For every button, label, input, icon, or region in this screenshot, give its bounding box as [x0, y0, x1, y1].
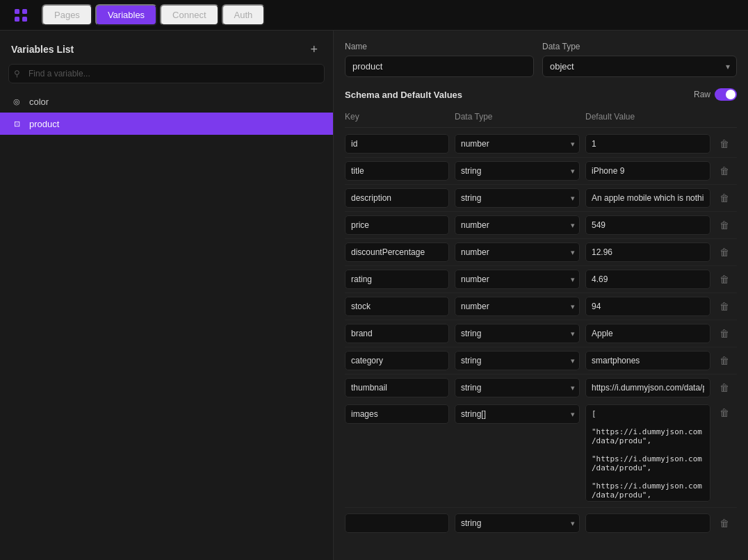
col-type-header: Data Type	[455, 112, 580, 122]
row-type-select[interactable]: stringnumberbooleanstring[]number[]objec…	[455, 270, 580, 289]
images-key-input[interactable]	[345, 404, 449, 424]
row-type-select[interactable]: stringnumberbooleanstring[]number[]objec…	[455, 242, 580, 262]
images-type-select[interactable]: string[] string number	[455, 404, 580, 424]
table-row: stringnumberbooleanstring[]number[]objec…	[345, 239, 737, 266]
search-input[interactable]	[8, 64, 325, 83]
search-box: ⚲	[8, 64, 325, 83]
row-type-select[interactable]: stringnumberbooleanstring[]number[]objec…	[455, 297, 580, 316]
row-key-input[interactable]	[345, 215, 449, 235]
row-value-input[interactable]	[585, 270, 710, 289]
row-delete-button[interactable]: 🗑	[716, 244, 733, 261]
tab-pages[interactable]: Pages	[42, 4, 92, 26]
row-value-input[interactable]	[585, 242, 710, 262]
new-type-select[interactable]: string number boolean	[455, 513, 580, 533]
schema-rows: stringnumberbooleanstring[]number[]objec…	[345, 131, 737, 401]
row-value-input[interactable]	[585, 351, 710, 370]
row-type-wrap: stringnumberbooleanstring[]number[]objec…	[455, 242, 580, 262]
row-delete-button[interactable]: 🗑	[716, 298, 733, 315]
sidebar-item-product[interactable]: ⊡ product	[0, 113, 333, 135]
row-type-select[interactable]: stringnumberbooleanstring[]number[]objec…	[455, 161, 580, 181]
sidebar-item-color[interactable]: ◎ color	[0, 90, 333, 113]
table-row: stringnumberbooleanstring[]number[]objec…	[345, 347, 737, 374]
row-value-input[interactable]	[585, 297, 710, 316]
row-type-wrap: stringnumberbooleanstring[]number[]objec…	[455, 188, 580, 208]
name-input[interactable]	[345, 56, 534, 77]
sidebar-item-color-label: color	[29, 97, 49, 107]
toggle-knob	[726, 90, 735, 99]
new-type-select-wrap: string number boolean	[455, 513, 580, 533]
tab-connect[interactable]: Connect	[160, 4, 218, 26]
row-value-input[interactable]	[585, 324, 710, 343]
top-fields: Name Data Type object string number bool…	[345, 42, 737, 77]
raw-label: Raw	[694, 90, 710, 99]
images-delete-button[interactable]: 🗑	[716, 404, 733, 421]
raw-toggle-switch[interactable]	[715, 88, 737, 101]
type-label: Data Type	[542, 42, 737, 51]
row-type-wrap: stringnumberbooleanstring[]number[]objec…	[455, 297, 580, 316]
schema-title: Schema and Default Values	[345, 90, 462, 100]
type-select-wrap: object string number boolean array	[542, 56, 737, 77]
search-icon: ⚲	[14, 69, 20, 79]
add-variable-button[interactable]: +	[306, 42, 322, 57]
add-row: string number boolean 🗑	[345, 508, 737, 533]
schema-table-header: Key Data Type Default Value	[345, 109, 737, 128]
color-icon: ◎	[11, 96, 22, 107]
row-key-input[interactable]	[345, 242, 449, 262]
row-key-input[interactable]	[345, 351, 449, 370]
row-value-input[interactable]	[585, 215, 710, 235]
new-key-input[interactable]	[345, 513, 449, 533]
col-key-header: Key	[345, 112, 449, 122]
right-panel: Name Data Type object string number bool…	[334, 31, 748, 560]
row-key-input[interactable]	[345, 188, 449, 208]
table-row: stringnumberbooleanstring[]number[]objec…	[345, 266, 737, 293]
row-delete-button[interactable]: 🗑	[716, 271, 733, 288]
row-type-select[interactable]: stringnumberbooleanstring[]number[]objec…	[455, 215, 580, 235]
new-value-input[interactable]	[585, 513, 710, 533]
row-type-select[interactable]: stringnumberbooleanstring[]number[]objec…	[455, 134, 580, 154]
row-delete-button[interactable]: 🗑	[716, 163, 733, 179]
table-row: stringnumberbooleanstring[]number[]objec…	[345, 374, 737, 401]
row-delete-button[interactable]: 🗑	[716, 190, 733, 206]
sidebar-title: Variables List	[11, 44, 74, 55]
row-key-input[interactable]	[345, 297, 449, 316]
row-delete-button[interactable]: 🗑	[716, 135, 733, 152]
svg-rect-2	[15, 17, 19, 22]
row-type-wrap: stringnumberbooleanstring[]number[]objec…	[455, 324, 580, 343]
sidebar-item-product-label: product	[29, 119, 59, 129]
row-key-input[interactable]	[345, 378, 449, 397]
row-type-select[interactable]: stringnumberbooleanstring[]number[]objec…	[455, 378, 580, 397]
raw-toggle: Raw	[694, 88, 737, 101]
images-value-wrap	[585, 404, 710, 504]
row-value-input[interactable]	[585, 161, 710, 181]
images-textarea[interactable]	[585, 404, 710, 502]
table-row: stringnumberbooleanstring[]number[]objec…	[345, 185, 737, 212]
type-group: Data Type object string number boolean a…	[542, 42, 737, 77]
sidebar: Variables List + ⚲ ◎ color ⊡ product	[0, 31, 334, 560]
name-label: Name	[345, 42, 534, 51]
row-key-input[interactable]	[345, 270, 449, 289]
row-key-input[interactable]	[345, 134, 449, 154]
type-select[interactable]: object string number boolean array	[542, 56, 737, 77]
row-key-input[interactable]	[345, 324, 449, 343]
table-row: stringnumberbooleanstring[]number[]objec…	[345, 158, 737, 185]
row-delete-button[interactable]: 🗑	[716, 325, 733, 342]
row-type-wrap: stringnumberbooleanstring[]number[]objec…	[455, 351, 580, 370]
row-key-input[interactable]	[345, 161, 449, 181]
row-delete-button[interactable]: 🗑	[716, 217, 733, 233]
svg-rect-0	[15, 9, 19, 14]
table-row: stringnumberbooleanstring[]number[]objec…	[345, 212, 737, 239]
row-type-select[interactable]: stringnumberbooleanstring[]number[]objec…	[455, 351, 580, 370]
row-type-select[interactable]: stringnumberbooleanstring[]number[]objec…	[455, 188, 580, 208]
row-delete-button[interactable]: 🗑	[716, 379, 733, 396]
row-value-input[interactable]	[585, 134, 710, 154]
row-value-input[interactable]	[585, 188, 710, 208]
name-group: Name	[345, 42, 534, 77]
new-row-delete-button[interactable]: 🗑	[716, 515, 733, 532]
row-delete-button[interactable]: 🗑	[716, 352, 733, 369]
row-value-input[interactable]	[585, 378, 710, 397]
tab-auth[interactable]: Auth	[222, 4, 266, 26]
sidebar-header: Variables List +	[0, 31, 333, 64]
tab-variables[interactable]: Variables	[95, 4, 157, 26]
top-nav: Pages Variables Connect Auth	[0, 0, 748, 31]
row-type-select[interactable]: stringnumberbooleanstring[]number[]objec…	[455, 324, 580, 343]
